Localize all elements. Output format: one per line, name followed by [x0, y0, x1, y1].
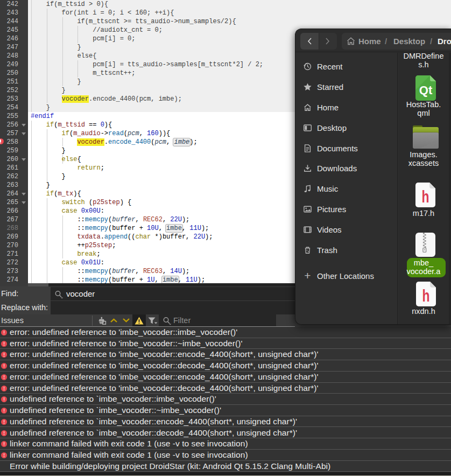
- svg-text:h: h: [421, 187, 429, 206]
- svg-text:h: h: [422, 286, 429, 305]
- svg-text:Qt: Qt: [419, 83, 433, 97]
